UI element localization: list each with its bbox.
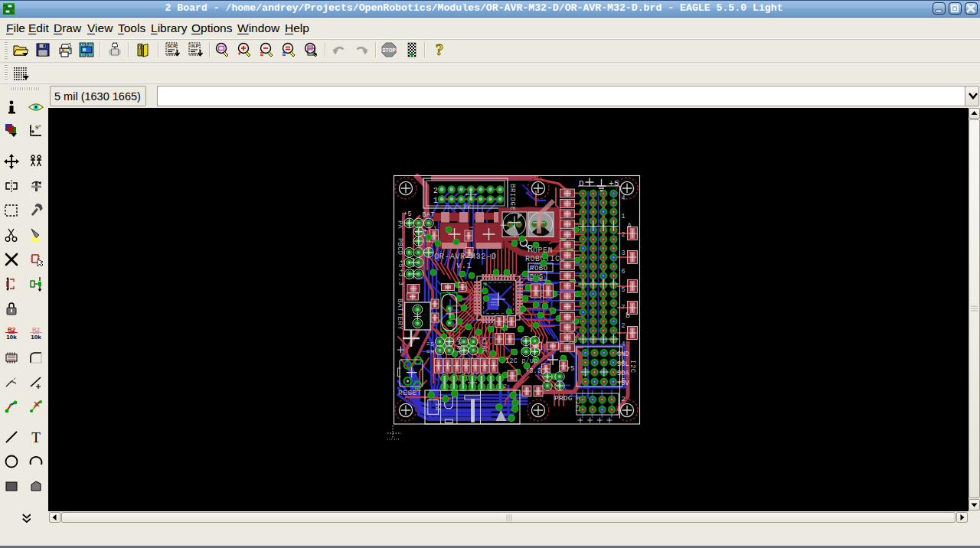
svg-text:E2E1: E2E1: [574, 397, 580, 413]
svg-text:4: 4: [622, 194, 626, 202]
svg-text:SCR: SCR: [167, 44, 176, 48]
svg-text:≡M: ≡M: [426, 348, 435, 355]
svg-text:PA: PA: [396, 220, 403, 230]
svg-text:UART: UART: [455, 337, 462, 354]
svg-text:ULP: ULP: [190, 44, 198, 48]
svg-text:5: 5: [622, 286, 626, 294]
svg-text:BATTERY: BATTERY: [396, 298, 403, 330]
svg-text:STOP: STOP: [382, 47, 396, 53]
svg-text:14: 14: [433, 403, 441, 411]
svg-text:≡5: ≡5: [426, 341, 435, 347]
svg-text:PROG: PROG: [554, 394, 573, 403]
svg-text:T: T: [31, 429, 41, 445]
svg-text:BRIDGE: BRIDGE: [508, 184, 516, 210]
svg-text:7: 7: [622, 304, 626, 312]
svg-text:+5: +5: [397, 259, 404, 268]
svg-text:v.1: v.1: [456, 261, 472, 270]
svg-text:4: 4: [622, 341, 626, 348]
svg-text:12: 12: [462, 203, 472, 210]
svg-text:XTAL: XTAL: [480, 337, 488, 354]
svg-text:10k: 10k: [6, 334, 17, 341]
svg-text:GND: GND: [617, 351, 629, 358]
svg-text:RESET: RESET: [398, 389, 422, 397]
svg-text:+5V: +5V: [617, 380, 630, 387]
svg-text:10k: 10k: [31, 334, 41, 341]
svg-text:+5: +5: [609, 179, 619, 188]
svg-text:9°: 9°: [35, 124, 41, 131]
svg-text:SDA: SDA: [617, 370, 630, 377]
svg-text:1: 1: [433, 197, 439, 205]
svg-text:2: 2: [622, 231, 626, 239]
svg-text:2: 2: [433, 187, 439, 195]
svg-text:D: D: [579, 179, 584, 188]
svg-text:I2C: I2C: [629, 360, 636, 373]
svg-text:?: ?: [436, 42, 444, 57]
svg-text:I2C p/up: I2C p/up: [505, 357, 537, 365]
svg-text:PBCD: PBCD: [396, 238, 403, 255]
svg-text:2: 2: [503, 383, 507, 390]
svg-text:6: 6: [622, 268, 626, 276]
svg-text:2: 2: [622, 322, 626, 330]
svg-text:1: 1: [622, 213, 626, 220]
svg-text:SCL: SCL: [617, 360, 629, 368]
svg-text:+5: +5: [403, 210, 412, 218]
svg-text:R: R: [528, 244, 534, 255]
svg-text:+3.3: +3.3: [525, 367, 541, 375]
svg-text:BAT: BAT: [422, 211, 435, 219]
svg-text:3: 3: [622, 250, 626, 257]
svg-text:2: 2: [622, 396, 626, 403]
svg-text:+3.3: +3.3: [397, 269, 404, 285]
svg-text:OR-AVR-M32-D: OR-AVR-M32-D: [434, 252, 497, 261]
